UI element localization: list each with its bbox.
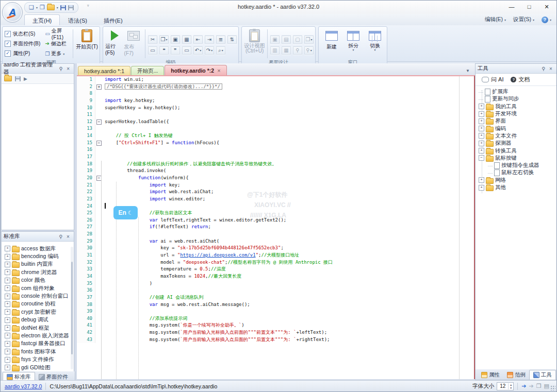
settings-menu[interactable]: 设置(S): [513, 16, 531, 23]
stdlib-item[interactable]: +dotNet 框架: [2, 324, 74, 332]
tools-tree-item[interactable]: +编码: [476, 125, 556, 132]
fold-marker[interactable]: −: [95, 140, 103, 147]
expand-icon[interactable]: +: [479, 111, 484, 117]
statusbar-checkbox[interactable]: ✓状态栏(S): [5, 30, 45, 38]
ribbon-tab-syntax[interactable]: 语法(S): [60, 14, 95, 26]
ask-ai-button[interactable]: 问 AI: [482, 76, 503, 83]
tools-tree-item[interactable]: +界面: [476, 117, 556, 125]
cut-icon[interactable]: ✂: [148, 35, 158, 44]
tools-tree-item[interactable]: 按键指令生成器: [476, 162, 556, 169]
font-size-stepper[interactable]: 12 ▲▼: [497, 382, 514, 390]
anchor-all-icon[interactable]: ⚲▾: [304, 46, 314, 55]
code-line[interactable]: 30 key = "sk-17b5d25bf6094b448126e47f565…: [77, 245, 474, 252]
expand-icon[interactable]: +: [5, 325, 10, 331]
code-line[interactable]: 31 url = "https://api.deepseek.com/v1";/…: [77, 252, 474, 259]
stdlib-item[interactable]: +bencoding 编码: [2, 252, 74, 260]
expand-icon[interactable]: +: [5, 333, 10, 338]
code-line[interactable]: 21 import key;: [77, 182, 474, 189]
explorer-tree[interactable]: [2, 84, 74, 229]
code-line[interactable]: 2+/*DSG{{*窗体设计器生成代码(请勿修改).../*}}*/: [77, 83, 474, 91]
grid-icon[interactable]: ▦: [281, 46, 291, 55]
code-line[interactable]: 27 if(!#leftText) return;: [77, 224, 474, 231]
close-panel-icon[interactable]: ×: [64, 66, 72, 72]
expand-icon[interactable]: +: [479, 148, 484, 154]
code-editor[interactable]: 1import win.ui;2+/*DSG{{*窗体设计器生成代码(请勿修改)…: [77, 75, 475, 379]
expand-icon[interactable]: +: [5, 294, 10, 299]
stdlib-item[interactable]: +com 组件对象: [2, 284, 74, 292]
expand-icon[interactable]: +: [5, 262, 10, 267]
stdlib-item[interactable]: +debug 调试: [2, 316, 74, 324]
find-icon[interactable]: ⌕▾: [216, 46, 226, 55]
ribbon-tab-home[interactable]: 主页(H): [24, 14, 60, 26]
panel-tab-属性[interactable]: 属性: [478, 370, 503, 380]
expand-icon[interactable]: +: [479, 185, 484, 191]
tools-tree-item[interactable]: 扩展库: [476, 88, 556, 95]
paste-icon[interactable]: ▣: [170, 35, 181, 44]
align-right-icon[interactable]: ▢: [292, 35, 303, 44]
code-line[interactable]: 41 msg.system(`你是一个续写与补全助手。`): [77, 322, 474, 329]
jump-icon[interactable]: ➔: [521, 383, 526, 389]
edit-menu[interactable]: 编辑(E): [485, 16, 503, 23]
stdlib-item[interactable]: +color 颜色: [2, 277, 74, 284]
expand-icon[interactable]: +: [5, 269, 10, 275]
fold-marker[interactable]: −: [95, 175, 103, 182]
indent-increase-icon[interactable]: ⇥: [204, 35, 215, 44]
pin-icon[interactable]: ⚲: [57, 66, 64, 72]
close-tab-icon[interactable]: ×: [217, 67, 220, 74]
stdlib-item[interactable]: +console 控制台窗口: [2, 292, 74, 300]
code-line[interactable]: 28: [77, 231, 474, 238]
save-project-icon[interactable]: [15, 76, 21, 81]
start-page-button[interactable]: 开始页(T): [75, 28, 99, 60]
font-size-down-icon[interactable]: ▼: [509, 386, 513, 389]
tools-tree-item[interactable]: −鼠标按键: [476, 155, 556, 162]
format-icon[interactable]: ▦: [182, 35, 192, 44]
stdlib-item[interactable]: +electron 嵌入浏览器: [2, 332, 74, 339]
expand-icon[interactable]: +: [5, 349, 10, 354]
fold-box-icon[interactable]: −: [96, 176, 102, 181]
align-left-icon[interactable]: ▣: [270, 35, 280, 44]
code-line[interactable]: 43 msg.system(`用户当前输入光标插入点后面的"""后置文本"""为…: [77, 336, 474, 344]
expand-icon[interactable]: +: [5, 341, 10, 347]
tools-tree-item[interactable]: +文本文件: [476, 132, 556, 140]
align-center-icon[interactable]: ▤: [281, 35, 291, 44]
tools-tree-item[interactable]: 更新与同步: [476, 95, 556, 103]
sidebar-button[interactable]: ➔侧边栏: [45, 40, 71, 47]
edit-menu-dropdown-icon[interactable]: ▾: [504, 18, 506, 22]
code-line[interactable]: 19 thread.invoke(: [77, 167, 474, 175]
switch-button[interactable]: 切换 ▾: [364, 28, 386, 60]
expand-icon[interactable]: +: [479, 133, 484, 139]
doc-tab-hotkey-2[interactable]: hotkey.aardio *:2×: [165, 65, 226, 75]
code-line[interactable]: 40 //添加系统提示词: [77, 315, 474, 322]
stdlib-item[interactable]: +gdi GDI绘图: [2, 364, 74, 371]
stdlib-item[interactable]: +coroutine 协程: [2, 300, 74, 308]
fold-box-icon[interactable]: −: [96, 120, 102, 125]
expand-icon[interactable]: +: [5, 254, 10, 260]
uncomment-icon[interactable]: ❞: [170, 46, 181, 55]
help-icon[interactable]: ?: [542, 16, 548, 23]
fold-marker[interactable]: +: [95, 83, 103, 91]
code-line[interactable]: 33 temperature = 0.5;//温度: [77, 266, 474, 273]
run-project-icon[interactable]: ▶: [24, 76, 27, 81]
minimize-button[interactable]: —: [503, 1, 520, 13]
undo-icon[interactable]: ↶▾: [193, 46, 203, 55]
tools-tree-item[interactable]: 鼠标左右切换: [476, 169, 556, 176]
same-size-icon[interactable]: ▥: [270, 46, 280, 55]
more-button[interactable]: ❐更多▾: [45, 50, 71, 58]
sort-icon[interactable]: ⇅: [227, 35, 237, 44]
ui-controls-checkbox[interactable]: ✓界面控件(B): [5, 40, 45, 47]
close-panel-icon[interactable]: ×: [64, 234, 72, 240]
expand-icon[interactable]: +: [5, 317, 10, 323]
code-line[interactable]: 9import key.hotkey;: [77, 97, 474, 105]
redo-icon[interactable]: ↷▾: [204, 46, 215, 55]
resize-grip[interactable]: [550, 385, 555, 390]
aardio-version-link[interactable]: aardio v37.32.0: [5, 383, 42, 389]
ribbon-tab-plugin[interactable]: 插件(E): [95, 14, 131, 26]
split-button[interactable]: 拆分 ▾: [342, 28, 364, 60]
anchor-icon[interactable]: ⚲: [292, 46, 303, 55]
code-line[interactable]: 39: [77, 308, 474, 315]
pin-icon[interactable]: ⚲: [540, 66, 547, 72]
code-line[interactable]: 36: [77, 287, 474, 294]
expand-icon[interactable]: +: [479, 104, 484, 109]
open-project-icon[interactable]: [4, 76, 12, 81]
code-line[interactable]: 32 model = "deepseek-chat";//模型名称首字符为 @ …: [77, 259, 474, 266]
